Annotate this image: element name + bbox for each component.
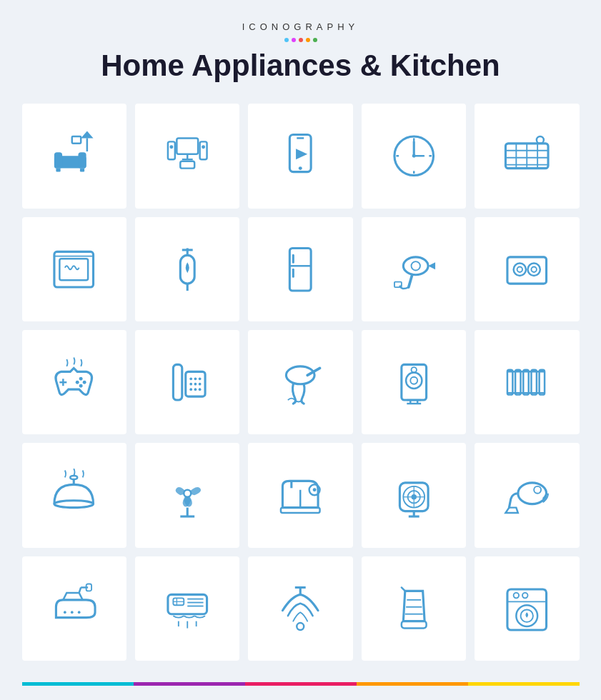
svg-point-17 (299, 166, 302, 170)
svg-point-59 (83, 381, 86, 384)
svg-rect-85 (523, 370, 528, 395)
footer-line-5 (468, 682, 580, 686)
icon-fan (135, 443, 239, 547)
svg-point-95 (184, 490, 191, 497)
icon-air-conditioner (135, 556, 239, 661)
icon-hand-mixer (248, 330, 352, 434)
svg-point-109 (518, 483, 547, 504)
svg-point-137 (522, 593, 527, 598)
footer-line-1 (22, 682, 134, 686)
svg-point-70 (189, 388, 192, 391)
svg-point-50 (411, 261, 419, 270)
svg-point-136 (514, 593, 519, 598)
dot-4 (306, 38, 310, 42)
page-title: Home Appliances & Kitchen (101, 49, 500, 82)
svg-rect-83 (507, 370, 512, 395)
icon-wifi-lamp (248, 556, 352, 661)
svg-point-65 (194, 377, 197, 380)
svg-point-77 (410, 377, 417, 384)
svg-point-61 (76, 381, 79, 384)
svg-line-48 (408, 274, 412, 286)
icon-sewing-machine (248, 443, 352, 547)
brand-title: ICONOGRAPHY (101, 21, 500, 32)
svg-point-90 (54, 501, 94, 508)
svg-rect-84 (515, 370, 520, 395)
svg-point-71 (194, 388, 197, 391)
svg-rect-4 (54, 152, 62, 168)
icon-vacuum-cleaner (475, 443, 579, 547)
svg-marker-1 (81, 131, 94, 139)
svg-marker-19 (296, 149, 307, 159)
svg-point-54 (528, 263, 540, 275)
svg-rect-86 (532, 370, 537, 395)
svg-point-110 (534, 486, 541, 494)
footer-decoration (22, 682, 580, 686)
svg-rect-2 (72, 136, 81, 144)
svg-rect-5 (79, 152, 86, 168)
svg-point-69 (199, 383, 202, 386)
icon-gas-stove (475, 217, 579, 321)
icon-oven (22, 217, 126, 321)
dot-3 (299, 38, 303, 42)
svg-point-12 (169, 145, 173, 149)
icon-blender (362, 556, 466, 661)
icon-iron (22, 556, 126, 661)
icon-radiator (475, 330, 579, 434)
svg-point-53 (517, 266, 522, 271)
svg-rect-7 (80, 169, 84, 172)
svg-point-67 (189, 383, 192, 386)
svg-point-47 (403, 256, 428, 274)
svg-point-113 (78, 611, 81, 614)
svg-point-58 (79, 377, 83, 381)
icon-hair-dryer (362, 217, 466, 321)
icon-refrigerator (248, 217, 352, 321)
icon-game-controller (22, 330, 126, 434)
icon-telephone (135, 330, 239, 434)
icon-wall-clock (362, 104, 466, 208)
icon-grid (22, 104, 580, 661)
svg-point-99 (313, 489, 317, 492)
svg-rect-37 (60, 259, 89, 280)
footer-line-3 (245, 682, 357, 686)
icon-radio-cassette (475, 104, 579, 208)
svg-rect-15 (180, 161, 194, 169)
dot-1 (284, 38, 289, 42)
footer-line-2 (134, 682, 245, 686)
svg-point-127 (297, 623, 304, 630)
svg-point-66 (199, 377, 202, 380)
svg-point-111 (64, 611, 66, 614)
svg-rect-11 (168, 142, 175, 160)
svg-line-114 (79, 587, 81, 592)
icon-sofa (22, 104, 126, 208)
icon-washing-machine (475, 556, 579, 661)
svg-point-112 (71, 611, 74, 614)
svg-rect-13 (199, 142, 207, 160)
footer-line-4 (357, 682, 468, 686)
svg-point-72 (199, 388, 202, 391)
dot-5 (313, 38, 317, 42)
icon-home-theater (135, 104, 239, 208)
svg-rect-87 (540, 370, 545, 395)
svg-point-14 (202, 145, 205, 149)
icon-portable-fan (362, 443, 466, 547)
svg-rect-62 (173, 364, 182, 400)
svg-point-68 (194, 383, 197, 386)
svg-point-60 (79, 384, 83, 388)
svg-rect-8 (177, 139, 198, 154)
icon-water-heater (135, 217, 239, 321)
svg-point-76 (406, 373, 422, 389)
svg-point-55 (532, 266, 537, 271)
svg-rect-6 (56, 169, 61, 172)
icon-food-warmer (22, 443, 126, 547)
icon-speaker-system (362, 330, 466, 434)
svg-rect-96 (281, 508, 320, 513)
svg-point-64 (189, 377, 192, 380)
svg-point-52 (514, 263, 526, 275)
dot-2 (292, 38, 296, 42)
color-dots (101, 38, 500, 42)
page-header: ICONOGRAPHY Home Appliances & Kitchen (101, 21, 500, 82)
svg-point-92 (71, 476, 78, 479)
icon-mobile-video (248, 104, 352, 208)
svg-rect-75 (402, 364, 427, 400)
svg-point-73 (287, 366, 315, 384)
